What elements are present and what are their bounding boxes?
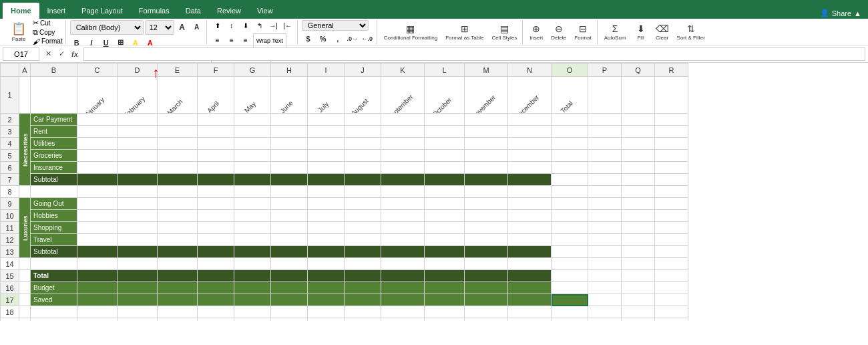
cell-j6[interactable] [345,162,381,174]
cell-c17[interactable] [77,294,118,306]
cell-f8[interactable] [198,186,234,198]
cell-i11[interactable] [308,222,345,234]
cell-r5[interactable] [655,150,688,162]
row-header-13[interactable]: 13 [1,246,19,258]
cell-m3[interactable] [465,126,508,138]
cell-g7[interactable] [234,174,271,186]
number-format-select[interactable]: General [302,20,369,31]
cell-m8[interactable] [465,186,508,198]
cell-r19[interactable] [655,318,688,322]
cell-j19[interactable] [345,318,381,322]
cell-i16[interactable] [308,282,345,294]
cell-q14[interactable] [622,258,655,270]
col-header-O[interactable]: O [552,64,588,77]
cell-d11[interactable] [118,222,158,234]
cell-p2[interactable] [588,114,622,126]
cell-o8[interactable] [552,186,588,198]
cell-n10[interactable] [508,210,552,222]
cell-d9[interactable] [118,198,158,210]
col-header-I[interactable]: I [308,64,345,77]
cell-styles-button[interactable]: ▤ Cell Styles [489,21,519,43]
cell-e2[interactable] [158,114,198,126]
cell-h18[interactable] [271,306,308,318]
cell-b19[interactable] [31,318,77,322]
cell-g18[interactable] [234,306,271,318]
increase-decimal-button[interactable]: .0→ [346,32,359,45]
cell-l13[interactable] [425,246,465,258]
cell-k10[interactable] [381,210,425,222]
cell-h4[interactable] [271,138,308,150]
row-header-12[interactable]: 12 [1,234,19,246]
cell-n8[interactable] [508,186,552,198]
cell-m11[interactable] [465,222,508,234]
row-header-16[interactable]: 16 [1,282,19,294]
row-header-17[interactable]: 17 [1,294,19,306]
cell-g13[interactable] [234,246,271,258]
cell-f7[interactable] [198,174,234,186]
col-header-E[interactable]: E [158,64,198,77]
tab-page-layout[interactable]: Page Layout [73,3,131,19]
cell-c15[interactable] [77,270,118,282]
cell-m19[interactable] [465,318,508,322]
cell-q8[interactable] [622,186,655,198]
col-header-K[interactable]: K [381,64,425,77]
decrease-font-button[interactable]: A [190,21,204,34]
cell-f5[interactable] [198,150,234,162]
cell-l12[interactable] [425,234,465,246]
cell-k15[interactable] [381,270,425,282]
cell-h16[interactable] [271,282,308,294]
cell-g19[interactable] [234,318,271,322]
share-button[interactable]: 👤 Share ▲ [813,7,868,19]
cell-p18[interactable] [588,306,622,318]
cell-d6[interactable] [118,162,158,174]
cell-r17[interactable] [655,294,688,306]
cell-j5[interactable] [345,150,381,162]
indent-more-button[interactable]: →| [267,20,280,32]
cell-n3[interactable] [508,126,552,138]
cell-h17[interactable] [271,294,308,306]
cell-f2[interactable] [198,114,234,126]
cell-q16[interactable] [622,282,655,294]
cell-b14[interactable] [31,258,77,270]
cell-m16[interactable] [465,282,508,294]
tab-view[interactable]: View [249,3,281,19]
cell-o17[interactable] [552,294,588,306]
cell-n2[interactable] [508,114,552,126]
cell-q19[interactable] [622,318,655,322]
cell-h7[interactable] [271,174,308,186]
cell-g8[interactable] [234,186,271,198]
cell-q12[interactable] [622,234,655,246]
cell-c16[interactable] [77,282,118,294]
cell-a14[interactable] [19,258,31,270]
cell-i15[interactable] [308,270,345,282]
cell-j10[interactable] [345,210,381,222]
cell-i8[interactable] [308,186,345,198]
cell-c2[interactable] [77,114,118,126]
cell-l15[interactable] [425,270,465,282]
cell-j7[interactable] [345,174,381,186]
cell-n12[interactable] [508,234,552,246]
cell-e19[interactable] [158,318,198,322]
cell-n17[interactable] [508,294,552,306]
cell-r11[interactable] [655,222,688,234]
cell-l5[interactable] [425,150,465,162]
cell-q13[interactable] [622,246,655,258]
cell-n15[interactable] [508,270,552,282]
cell-r2[interactable] [655,114,688,126]
cell-g9[interactable] [234,198,271,210]
sort-filter-button[interactable]: ⇅ Sort & Filter [674,21,708,43]
format-button[interactable]: ⊟ Format [572,21,594,43]
fill-button[interactable]: ⬇ Fill [632,21,650,43]
cell-n16[interactable] [508,282,552,294]
cell-k12[interactable] [381,234,425,246]
cell-h12[interactable] [271,234,308,246]
cell-e13[interactable] [158,246,198,258]
cell-f11[interactable] [198,222,234,234]
cell-j3[interactable] [345,126,381,138]
cell-g10[interactable] [234,210,271,222]
cell-c10[interactable] [77,210,118,222]
cell-h14[interactable] [271,258,308,270]
cell-k4[interactable] [381,138,425,150]
cell-i3[interactable] [308,126,345,138]
cell-f17[interactable] [198,294,234,306]
